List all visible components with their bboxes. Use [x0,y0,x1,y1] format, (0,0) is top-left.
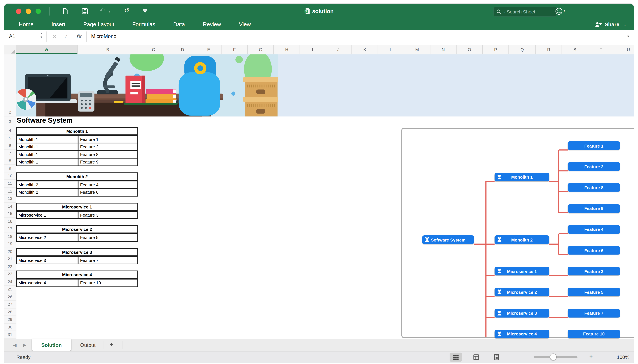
row-header-18[interactable]: 18 [4,233,16,240]
ribbon-tab-home[interactable]: Home [19,21,34,28]
column-header-d[interactable]: D [169,45,196,54]
diagram-node-microservice-2[interactable]: Microservice 2 [494,288,549,296]
table-cell[interactable]: Feature 5 [78,234,138,241]
table-cell[interactable]: Feature 8 [78,151,138,158]
ribbon-tab-review[interactable]: Review [203,21,221,28]
table-header-cell[interactable]: Microservice 3 [17,249,137,256]
row-header-4[interactable]: 4 [4,127,16,134]
row-header-12[interactable]: 12 [4,188,16,195]
row-header-25[interactable]: 25 [4,286,16,293]
row-header-13[interactable]: 13 [4,195,16,202]
row-header-9[interactable]: 9 [4,165,16,172]
zoom-percentage[interactable]: 100% [609,354,629,360]
column-header-l[interactable]: L [378,45,404,54]
diagram-node-feature-6[interactable]: Feature 6 [568,246,620,254]
row-header-11[interactable]: 11 [4,180,16,188]
row-header-29[interactable]: 29 [4,316,16,324]
page-layout-view-button[interactable] [470,353,482,362]
row-header-22[interactable]: 22 [4,263,16,270]
ribbon-tab-page-layout[interactable]: Page Layout [83,21,114,28]
column-header-j[interactable]: J [326,45,352,54]
diagram-node-feature-5[interactable]: Feature 5 [568,288,620,296]
sheet-tab-solution[interactable]: Solution [32,339,71,352]
add-sheet-button[interactable]: + [110,341,114,349]
banner-illustration[interactable] [16,54,278,116]
formula-input[interactable]: MicroMono [91,34,116,39]
diagram-node-monolith-2[interactable]: Monolith 2 [494,236,549,244]
row-header-2[interactable]: 2 [4,108,16,116]
row-header-27[interactable]: 27 [4,301,16,308]
row-header-16[interactable]: 16 [4,218,16,225]
column-header-s[interactable]: S [562,45,588,54]
row-header-23[interactable]: 23 [4,270,16,278]
row-header-8[interactable]: 8 [4,157,16,165]
column-header-f[interactable]: F [222,45,248,54]
prev-sheet-icon[interactable]: ◀ [13,342,16,348]
row-header-10[interactable]: 10 [4,172,16,180]
table-header-cell[interactable]: Microservice 2 [17,226,137,233]
table-cell[interactable]: Feature 3 [78,212,138,218]
insert-function-icon[interactable]: fx [76,33,81,40]
ribbon-tab-insert[interactable]: Insert [52,21,65,28]
title-cell[interactable]: Software System [17,116,72,125]
row-header-26[interactable]: 26 [4,293,16,301]
table-cell[interactable]: Monolith 1 [17,144,78,150]
table-header-cell[interactable]: Microservice 1 [17,203,137,211]
table-cell[interactable]: Microservice 3 [17,257,78,264]
table-cell[interactable]: Feature 2 [78,144,138,150]
column-header-u[interactable]: U [614,45,634,54]
zoom-out-button[interactable]: − [515,354,518,360]
table-cell[interactable]: Feature 1 [78,136,138,143]
table-cell[interactable]: Feature 4 [78,181,138,188]
column-header-h[interactable]: H [274,45,300,54]
table-cell[interactable]: Microservice 2 [17,234,78,241]
diagram-node-feature-10[interactable]: Feature 10 [568,330,620,338]
ribbon-tab-formulas[interactable]: Formulas [132,21,156,28]
table-cell[interactable]: Feature 6 [78,189,138,196]
table-cell[interactable]: Feature 9 [78,158,138,165]
table-cell[interactable]: Microservice 1 [17,212,78,218]
stepper-up-icon[interactable]: ▲ [40,32,43,35]
column-header-i[interactable]: I [300,45,326,54]
name-box-stepper[interactable]: ▲ ▼ [40,32,43,38]
name-box[interactable]: A1 [9,34,15,39]
zoom-in-button[interactable]: + [589,354,593,360]
diagram-node-microservice-1[interactable]: Microservice 1 [494,267,549,276]
feedback-smiley-group[interactable]: ▾ [555,7,565,15]
chart-panel[interactable]: Feature 1Feature 2Feature 8Feature 9Mono… [402,128,634,338]
table-header-cell[interactable]: Monolith 2 [17,173,137,180]
row-header-19[interactable]: 19 [4,240,16,248]
column-header-p[interactable]: P [483,45,509,54]
row-header-7[interactable]: 7 [4,150,16,157]
column-header-a[interactable]: A [16,45,78,54]
column-header-n[interactable]: N [430,45,456,54]
column-header-o[interactable]: O [456,45,483,54]
row-header-24[interactable]: 24 [4,278,16,286]
ribbon-tab-data[interactable]: Data [173,21,185,28]
row-header-15[interactable]: 15 [4,210,16,218]
confirm-entry-icon[interactable]: ✓ [64,34,68,40]
search-sheet-input[interactable]: ⌄ Search Sheet [494,6,557,17]
column-header-r[interactable]: R [536,45,562,54]
table-cell[interactable]: Monolith 1 [17,158,78,165]
diagram-node-microservice-3[interactable]: Microservice 3 [494,309,549,317]
diagram-node-feature-9[interactable]: Feature 9 [568,204,620,213]
row-header-28[interactable]: 28 [4,308,16,316]
table-cell[interactable]: Feature 10 [78,280,138,286]
diagram-node-feature-4[interactable]: Feature 4 [568,225,620,234]
table-cell[interactable]: Monolith 2 [17,181,78,188]
diagram-node-feature-1[interactable]: Feature 1 [568,142,620,150]
column-header-g[interactable]: G [248,45,274,54]
diagram-node-feature-7[interactable]: Feature 7 [568,309,620,317]
sheet-tab-output[interactable]: Output [74,339,102,352]
formula-bar-expand-icon[interactable]: ▼ [626,35,630,38]
column-header-b[interactable]: B [78,45,138,54]
table-header-cell[interactable]: Monolith 1 [17,128,137,135]
ribbon-tab-view[interactable]: View [239,21,251,28]
column-header-c[interactable]: C [138,45,169,54]
table-cell[interactable]: Monolith 1 [17,136,78,143]
sheet-cells-area[interactable]: 2345678910111213141516171819202122232425… [4,54,634,338]
diagram-node-software-system[interactable]: Software System [422,236,474,244]
column-header-t[interactable]: T [588,45,614,54]
diagram-node-microservice-4[interactable]: Microservice 4 [494,330,549,338]
